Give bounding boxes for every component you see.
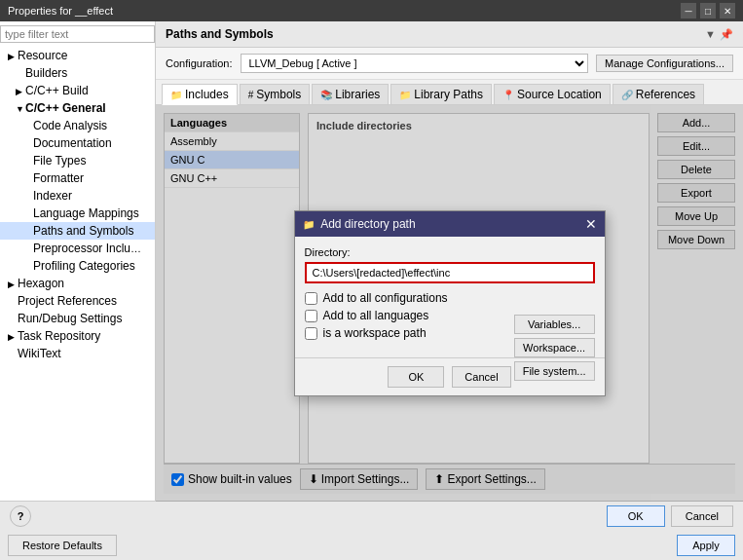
tab-library-paths[interactable]: 📁 Library Paths: [390, 84, 492, 104]
manage-configs-button[interactable]: Manage Configurations...: [596, 55, 733, 72]
add-all-configs-label: Add to all configurations: [323, 291, 448, 305]
add-all-configs-checkbox[interactable]: [305, 292, 317, 305]
sidebar-item-task-repository[interactable]: ▶Task Repository: [0, 327, 155, 345]
add-all-langs-checkbox[interactable]: [305, 310, 317, 322]
sidebar-item-ccpp-general[interactable]: ▼C/C++ General: [0, 99, 155, 117]
tab-includes[interactable]: 📁 Includes: [162, 84, 238, 105]
sidebar-item-label: Project References: [18, 294, 117, 308]
sidebar-item-label: Run/Debug Settings: [18, 312, 122, 325]
apply-button[interactable]: Apply: [677, 535, 735, 556]
window-controls[interactable]: ─ □ ✕: [681, 3, 735, 19]
sidebar-item-label: Formatter: [33, 171, 84, 185]
content-area: Paths and Symbols ▼ 📌 Configuration: LLV…: [156, 21, 743, 502]
workspace-button[interactable]: Workspace...: [514, 338, 595, 357]
modal-close-button[interactable]: ✕: [585, 216, 597, 232]
sidebar-item-label: Documentation: [33, 136, 112, 150]
sidebar-item-label: Paths and Symbols: [33, 224, 133, 238]
sidebar-item-label: Code Analysis: [33, 119, 107, 132]
modal-cancel-button[interactable]: Cancel: [452, 366, 510, 388]
expand-icon: ▶: [8, 332, 18, 342]
sidebar-item-label: Preprocessor Include Paths M...: [33, 242, 155, 255]
config-select[interactable]: LLVM_Debug [ Active ]: [241, 54, 589, 73]
content-header: Paths and Symbols ▼ 📌: [156, 21, 743, 48]
sidebar-item-project-references[interactable]: Project References: [0, 292, 155, 310]
footer-bar: Restore Defaults Apply: [0, 530, 743, 560]
source-location-tab-icon: 📍: [502, 90, 514, 100]
workspace-path-checkbox[interactable]: [305, 327, 317, 340]
header-icons: ▼ 📌: [705, 28, 733, 41]
sidebar-item-label: WikiText: [18, 347, 61, 360]
libraries-tab-icon: 📚: [320, 90, 332, 100]
bottom-nav-buttons: OK Cancel: [607, 505, 733, 527]
tabs-row: 📁 Includes # Symbols 📚 Libraries 📁 Libra…: [156, 80, 743, 105]
sidebar-item-profiling-categories[interactable]: Profiling Categories: [0, 257, 155, 275]
sidebar-item-label: File Types: [33, 154, 86, 168]
sidebar-item-paths-and-symbols[interactable]: Paths and Symbols: [0, 222, 155, 240]
modal-ok-button[interactable]: OK: [388, 366, 444, 388]
modal-body: Directory: Add to all configurations Add…: [295, 237, 605, 357]
tab-includes-label: Includes: [185, 88, 229, 101]
directory-input[interactable]: [305, 262, 595, 283]
includes-tab-icon: 📁: [170, 90, 182, 100]
close-button[interactable]: ✕: [720, 3, 735, 19]
expand-icon: ▶: [8, 52, 18, 61]
sidebar-item-language-mappings[interactable]: Language Mappings: [0, 205, 155, 222]
tab-references-label: References: [636, 88, 695, 101]
file-system-button[interactable]: File system...: [514, 361, 595, 381]
sidebar-item-run-debug-settings[interactable]: Run/Debug Settings: [0, 310, 155, 327]
tab-references[interactable]: 🔗 References: [613, 84, 704, 104]
sidebar-item-label: Indexer: [33, 189, 72, 203]
variables-button[interactable]: Variables...: [514, 315, 595, 334]
sidebar-item-label: Language Mappings: [33, 206, 139, 220]
expand-icon: ▼: [16, 104, 25, 114]
modal-title-bar: 📁 Add directory path ✕: [295, 211, 605, 237]
help-button[interactable]: ?: [10, 505, 31, 527]
header-pin-icon[interactable]: 📌: [720, 28, 733, 41]
restore-defaults-button[interactable]: Restore Defaults: [8, 535, 117, 556]
sidebar-item-hexagon[interactable]: ▶Hexagon: [0, 275, 155, 292]
ok-button[interactable]: OK: [607, 505, 665, 527]
sidebar-item-documentation[interactable]: Documentation: [0, 134, 155, 152]
modal-title-icon: 📁: [303, 219, 315, 230]
sidebar-item-builders[interactable]: Builders: [0, 64, 155, 82]
sidebar-item-wikitext[interactable]: WikiText: [0, 345, 155, 362]
sidebar-item-label: C/C++ General: [25, 101, 106, 115]
library-paths-tab-icon: 📁: [399, 90, 411, 100]
sidebar-item-formatter[interactable]: Formatter: [0, 169, 155, 187]
sidebar-item-resource[interactable]: ▶Resource: [0, 47, 155, 64]
panel-body: Languages Assembly GNU C GNU C++ Include…: [156, 105, 743, 502]
tab-symbols[interactable]: # Symbols: [240, 84, 311, 104]
content-title: Paths and Symbols: [166, 27, 274, 41]
sidebar-item-indexer[interactable]: Indexer: [0, 187, 155, 205]
sidebar-item-label: Builders: [25, 66, 67, 80]
maximize-button[interactable]: □: [700, 3, 716, 19]
sidebar-item-file-types[interactable]: File Types: [0, 152, 155, 169]
cancel-button[interactable]: Cancel: [671, 505, 733, 527]
tab-source-location-label: Source Location: [517, 88, 602, 101]
add-directory-dialog: 📁 Add directory path ✕ Directory: Add to…: [294, 210, 606, 396]
window-title: Properties for __effect: [8, 5, 113, 17]
tab-library-paths-label: Library Paths: [414, 88, 483, 101]
sidebar-item-preprocessor-include[interactable]: Preprocessor Include Paths M...: [0, 240, 155, 257]
sidebar-item-code-analysis[interactable]: Code Analysis: [0, 117, 155, 134]
modal-title-content: 📁 Add directory path: [303, 217, 416, 231]
sidebar-item-label: C/C++ Build: [25, 84, 89, 97]
modal-side-buttons: Variables... Workspace... File system...: [514, 315, 595, 381]
add-all-langs-label: Add to all languages: [323, 309, 429, 322]
minimize-button[interactable]: ─: [681, 3, 696, 19]
sidebar: ▶Resource Builders▶C/C++ Build▼C/C++ Gen…: [0, 21, 156, 502]
sidebar-item-label: Resource: [18, 49, 67, 62]
filter-input[interactable]: [0, 25, 155, 43]
tab-symbols-label: Symbols: [256, 88, 301, 101]
tab-libraries[interactable]: 📚 Libraries: [312, 84, 389, 104]
workspace-path-label: is a workspace path: [323, 326, 427, 340]
sidebar-item-label: Profiling Categories: [33, 259, 135, 273]
sidebar-item-label: Hexagon: [18, 277, 64, 290]
sidebar-item-label: Task Repository: [18, 329, 100, 343]
expand-icon: ▶: [16, 87, 25, 96]
references-tab-icon: 🔗: [621, 90, 633, 100]
modal-title-label: Add directory path: [320, 217, 415, 231]
header-menu-icon[interactable]: ▼: [705, 28, 716, 41]
sidebar-item-ccpp-build[interactable]: ▶C/C++ Build: [0, 82, 155, 99]
tab-source-location[interactable]: 📍 Source Location: [494, 84, 611, 104]
